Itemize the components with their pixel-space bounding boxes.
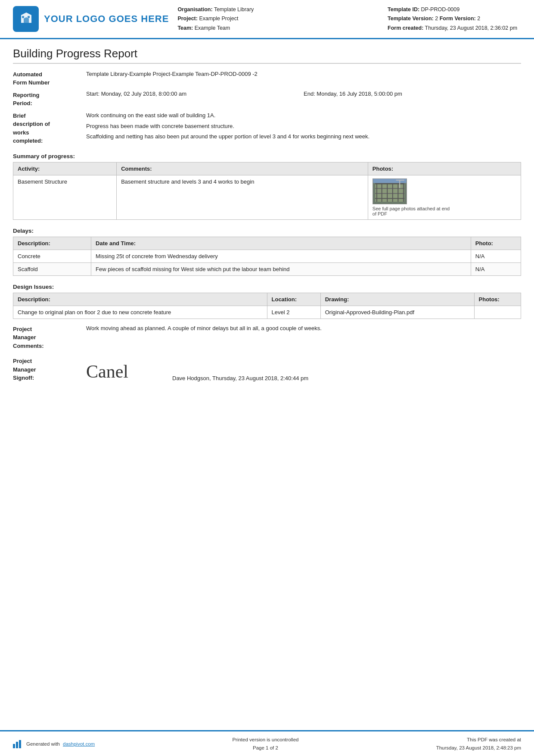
form-created-value: Thursday, 23 August 2018, 2:36:02 pm <box>425 25 518 31</box>
brief-desc-row: Briefdescription ofworkscompleted: Work … <box>13 111 521 145</box>
svg-rect-14 <box>373 179 406 183</box>
svg-rect-12 <box>397 183 398 202</box>
delay-desc-1: Concrete <box>13 250 91 262</box>
design-issues-table: Description: Location: Drawing: Photos: … <box>13 293 521 319</box>
spacer <box>0 573 534 756</box>
summary-comments: Basement structure and levels 3 and 4 wo… <box>117 175 368 219</box>
reporting-end: End: Monday, 16 July 2018, 5:00:00 pm <box>304 91 521 97</box>
delays-title: Delays: <box>13 228 521 234</box>
logo-svg <box>18 11 34 27</box>
template-id-label: Template ID: <box>388 6 419 12</box>
project-line: Project: Example Project <box>177 14 379 23</box>
template-id-line: Template ID: DP-PROD-0009 <box>388 5 521 14</box>
di-photos-1 <box>474 306 521 319</box>
reporting-period-label: ReportingPeriod: <box>13 91 86 108</box>
template-id-value: DP-PROD-0009 <box>421 6 460 12</box>
form-created-line: Form created: Thursday, 23 August 2018, … <box>388 24 521 33</box>
form-number-label: AutomatedForm Number <box>13 70 86 87</box>
delay-datetime-2: Few pieces of scaffold missing for West … <box>91 262 471 275</box>
main-content: Building Progress Report AutomatedForm N… <box>0 39 534 573</box>
svg-rect-19 <box>19 740 21 748</box>
di-col-drawing: Drawing: <box>320 293 474 306</box>
header: YOUR LOGO GOES HERE Organisation: Templa… <box>0 0 534 39</box>
delay-desc-2: Scaffold <box>13 262 91 275</box>
reporting-start: Start: Monday, 02 July 2018, 8:00:00 am <box>86 91 304 97</box>
design-issues-title: Design Issues: <box>13 284 521 290</box>
photo-caption: See full page photos attached at end of … <box>373 206 450 216</box>
org-line: Organisation: Template Library <box>177 5 379 14</box>
svg-rect-10 <box>387 183 388 202</box>
delay-photo-2: N/A <box>471 262 521 275</box>
footer-center: Printed version is uncontrolled Page 1 o… <box>232 736 298 752</box>
table-row: Scaffold Few pieces of scaffold missing … <box>13 262 521 275</box>
form-created-label: Form created: <box>388 25 423 31</box>
svg-rect-9 <box>381 183 382 202</box>
project-value: Example Project <box>199 16 238 22</box>
summary-photos: See full page photos attached at end of … <box>368 175 521 219</box>
reporting-period-value: Start: Monday, 02 July 2018, 8:00:00 am … <box>86 91 521 97</box>
footer-generated-text: Generated with <box>26 741 60 747</box>
form-version-label: Form Version: <box>440 16 476 22</box>
footer-link[interactable]: dashpivot.com <box>63 741 95 747</box>
header-meta: Organisation: Template Library Project: … <box>177 5 379 33</box>
svg-rect-17 <box>13 744 15 748</box>
header-right: Template ID: DP-PROD-0009 Template Versi… <box>388 5 521 33</box>
svg-rect-5 <box>375 188 404 189</box>
delays-col-datetime: Date and Time: <box>91 237 471 250</box>
org-label: Organisation: <box>177 6 212 12</box>
svg-rect-13 <box>403 183 404 202</box>
team-label: Team: <box>177 25 193 31</box>
report-title: Building Progress Report <box>13 47 521 64</box>
summary-col-photos: Photos: <box>368 162 521 175</box>
pm-comments-label: ProjectManagerComments: <box>13 325 86 350</box>
org-value: Template Library <box>214 6 254 12</box>
photo-cell: See full page photos attached at end of … <box>373 178 516 216</box>
footer: Generated with dashpivot.com Printed ver… <box>0 730 534 756</box>
delays-col-desc: Description: <box>13 237 91 250</box>
di-col-photos: Photos: <box>474 293 521 306</box>
summary-title: Summary of progress: <box>13 153 521 159</box>
form-number-value: Template Library-Example Project-Example… <box>86 70 521 79</box>
logo-icon <box>13 6 39 32</box>
team-line: Team: Example Team <box>177 24 379 33</box>
reporting-period-row: ReportingPeriod: Start: Monday, 02 July … <box>13 91 521 108</box>
summary-activity: Basement Structure <box>13 175 117 219</box>
svg-rect-6 <box>375 193 404 194</box>
brief-line-1: Work continuing on the east side wall of… <box>86 111 521 120</box>
footer-pdf-text: This PDF was created at <box>436 736 521 744</box>
pm-comments-row: ProjectManagerComments: Work moving ahea… <box>13 325 521 350</box>
pm-signoff-row: ProjectManagerSignoff: Canel Dave Hodgso… <box>13 357 521 385</box>
table-row: Change to original plan on floor 2 due t… <box>13 306 521 319</box>
pm-signoff-label: ProjectManagerSignoff: <box>13 357 86 382</box>
brief-line-2: Progress has been made with concrete bas… <box>86 122 521 131</box>
svg-rect-11 <box>392 183 393 202</box>
brief-desc-value: Work continuing on the east side wall of… <box>86 111 521 143</box>
footer-pdf-date: Thursday, 23 August 2018, 2:48:23 pm <box>436 744 521 752</box>
di-desc-1: Change to original plan on floor 2 due t… <box>13 306 267 319</box>
footer-right: This PDF was created at Thursday, 23 Aug… <box>436 736 521 752</box>
photo-thumb <box>373 178 407 204</box>
template-version-value: 2 <box>435 16 438 22</box>
delays-table: Description: Date and Time: Photo: Concr… <box>13 237 521 276</box>
pm-signoff-info: Dave Hodgson, Thursday, 23 August 2018, … <box>172 375 308 385</box>
delay-photo-1: N/A <box>471 250 521 262</box>
svg-rect-8 <box>376 183 377 202</box>
pm-signoff-area: Canel Dave Hodgson, Thursday, 23 August … <box>86 357 521 385</box>
brief-desc-label: Briefdescription ofworkscompleted: <box>13 111 86 145</box>
footer-left: Generated with dashpivot.com <box>13 740 95 748</box>
di-col-location: Location: <box>267 293 320 306</box>
di-drawing-1: Original-Approved-Building-Plan.pdf <box>320 306 474 319</box>
di-location-1: Level 2 <box>267 306 320 319</box>
project-label: Project: <box>177 16 198 22</box>
table-row: Basement Structure Basement structure an… <box>13 175 521 219</box>
bar-chart-icon <box>13 740 23 748</box>
svg-rect-1 <box>28 16 30 18</box>
brief-line-3: Scaffolding and netting has also been pu… <box>86 132 521 141</box>
signature: Canel <box>86 359 164 383</box>
delays-col-photo: Photo: <box>471 237 521 250</box>
logo-area: YOUR LOGO GOES HERE <box>13 5 169 33</box>
footer-page-text: Printed version is uncontrolled <box>232 736 298 744</box>
form-version-value: 2 <box>477 16 480 22</box>
summary-table: Activity: Comments: Photos: Basement Str… <box>13 162 521 220</box>
team-value: Example Team <box>195 25 230 31</box>
